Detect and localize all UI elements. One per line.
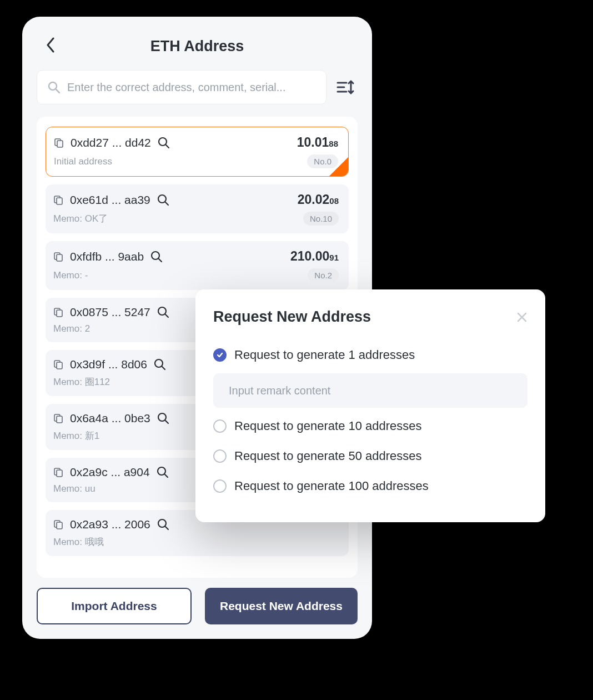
svg-line-12 <box>165 202 168 205</box>
address-text: 0x6a4a ... 0be3 <box>70 412 150 425</box>
dialog-title: Request New Address <box>213 308 371 326</box>
import-address-button[interactable]: Import Address <box>37 588 192 624</box>
inspect-icon[interactable] <box>157 466 169 478</box>
amount: 20.0208 <box>298 192 339 207</box>
search-box[interactable]: Enter the correct address, comment, seri… <box>37 70 326 104</box>
serial-badge: No.10 <box>303 212 339 226</box>
inspect-icon[interactable] <box>157 306 169 318</box>
svg-line-28 <box>165 421 168 423</box>
footer-buttons: Import Address Request New Address <box>37 588 358 624</box>
address-text: 0x2a9c ... a904 <box>70 466 150 479</box>
svg-line-20 <box>165 314 168 317</box>
svg-line-1 <box>56 89 59 93</box>
svg-rect-6 <box>57 141 63 147</box>
close-icon <box>516 312 527 323</box>
svg-point-11 <box>158 195 166 203</box>
dialog-header: Request New Address <box>213 308 527 326</box>
page-title: ETH Address <box>150 38 244 55</box>
svg-point-7 <box>159 138 167 146</box>
address-card[interactable]: 0xe61d ... aa39 20.0208 Memo: OK了 No.10 <box>46 184 349 233</box>
memo-text: Memo: 新1 <box>53 429 99 442</box>
svg-rect-22 <box>57 362 62 369</box>
memo-text: Memo: 2 <box>53 323 90 334</box>
copy-icon[interactable] <box>53 519 63 529</box>
request-new-address-button[interactable]: Request New Address <box>205 588 358 624</box>
svg-point-19 <box>158 307 166 315</box>
svg-line-36 <box>165 527 168 529</box>
copy-icon[interactable] <box>53 413 63 423</box>
svg-rect-18 <box>57 310 62 317</box>
address-text: 0x3d9f ... 8d06 <box>70 358 147 371</box>
address-text: 0xfdfb ... 9aab <box>70 250 144 263</box>
serial-badge: No.2 <box>308 268 339 282</box>
inspect-icon[interactable] <box>158 137 170 149</box>
memo-text: Memo: - <box>53 270 88 281</box>
amount: 210.0091 <box>290 249 339 264</box>
address-card[interactable]: 0xdd27 ... dd42 10.0188 Initial address … <box>46 127 349 177</box>
serial-badge: No.0 <box>307 154 338 168</box>
svg-rect-34 <box>57 522 62 529</box>
memo-text: Memo: 哦哦 <box>53 536 104 548</box>
address-text: 0xe61d ... aa39 <box>70 193 150 207</box>
copy-icon[interactable] <box>53 307 63 317</box>
inspect-icon[interactable] <box>157 412 169 424</box>
svg-point-0 <box>49 82 57 90</box>
svg-line-8 <box>166 145 169 148</box>
generate-option[interactable]: Request to generate 100 addresses <box>213 471 527 501</box>
svg-point-31 <box>158 467 165 475</box>
inspect-icon[interactable] <box>157 194 169 206</box>
option-label: Request to generate 100 addresses <box>234 479 429 493</box>
option-label: Request to generate 1 addresses <box>234 348 415 362</box>
svg-line-24 <box>162 367 165 369</box>
svg-rect-10 <box>57 198 62 204</box>
copy-icon[interactable] <box>53 467 63 477</box>
svg-line-32 <box>165 474 168 477</box>
svg-rect-26 <box>57 416 62 423</box>
generate-option[interactable]: Request to generate 10 addresses <box>213 411 527 441</box>
address-text: 0x0875 ... 5247 <box>70 306 150 319</box>
address-card[interactable]: 0xfdfb ... 9aab 210.0091 Memo: - No.2 <box>46 241 349 290</box>
radio-icon <box>213 419 227 433</box>
svg-rect-30 <box>57 470 62 477</box>
memo-text: Memo: OK了 <box>53 212 108 225</box>
option-label: Request to generate 50 addresses <box>234 449 422 463</box>
dialog-close-button[interactable] <box>516 312 527 323</box>
sort-icon <box>336 79 355 96</box>
inspect-icon[interactable] <box>154 358 166 371</box>
generate-option[interactable]: Request to generate 1 addresses <box>213 340 527 370</box>
search-input[interactable]: Enter the correct address, comment, seri… <box>67 81 316 94</box>
radio-icon <box>213 449 227 463</box>
svg-point-23 <box>155 359 163 367</box>
header: ETH Address <box>37 32 358 60</box>
copy-icon[interactable] <box>54 138 64 148</box>
address-text: 0xdd27 ... dd42 <box>71 136 151 149</box>
sort-button[interactable] <box>334 76 358 99</box>
chevron-left-icon <box>46 37 56 53</box>
copy-icon[interactable] <box>53 195 63 205</box>
memo-text: Memo: uu <box>53 483 96 494</box>
option-label: Request to generate 10 addresses <box>234 419 422 433</box>
memo-text: Memo: 圈112 <box>53 376 110 388</box>
inspect-icon[interactable] <box>150 251 163 263</box>
svg-line-16 <box>159 259 162 262</box>
svg-point-15 <box>152 252 159 259</box>
radio-icon <box>213 348 227 362</box>
svg-point-35 <box>158 519 166 527</box>
remark-input[interactable]: Input remark content <box>213 373 527 408</box>
copy-icon[interactable] <box>53 359 63 369</box>
memo-text: Initial address <box>54 156 112 167</box>
address-text: 0x2a93 ... 2006 <box>70 518 150 531</box>
copy-icon[interactable] <box>53 252 63 262</box>
back-button[interactable] <box>42 37 59 53</box>
inspect-icon[interactable] <box>157 518 169 531</box>
amount: 10.0188 <box>297 135 338 150</box>
svg-rect-14 <box>57 254 62 261</box>
search-icon <box>47 81 61 94</box>
svg-point-27 <box>158 413 166 421</box>
search-row: Enter the correct address, comment, seri… <box>37 70 358 104</box>
request-new-address-dialog: Request New Address Request to generate … <box>195 289 545 522</box>
generate-option[interactable]: Request to generate 50 addresses <box>213 441 527 471</box>
radio-icon <box>213 479 227 493</box>
